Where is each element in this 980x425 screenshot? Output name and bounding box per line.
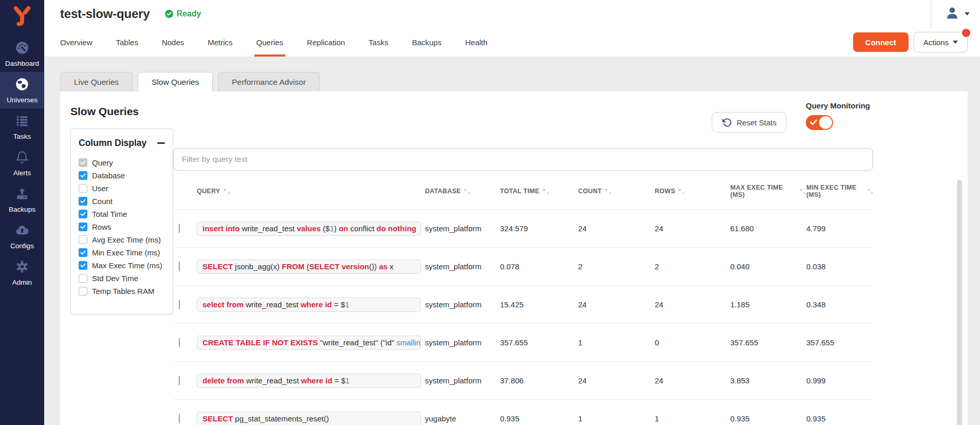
user-menu-caret-icon[interactable]: [965, 12, 970, 15]
column-option-label: Temp Tables RAM: [92, 287, 154, 295]
database-cell: yugabyte: [425, 414, 500, 423]
checkbox[interactable]: [79, 235, 87, 244]
nav-tab-label: Metrics: [208, 38, 232, 47]
column-option-label: Query: [92, 158, 113, 167]
nav-tab[interactable]: Nodes: [162, 28, 184, 57]
sidebar-item[interactable]: Admin: [0, 254, 44, 291]
checkbox[interactable]: [79, 261, 87, 270]
sidebar-item[interactable]: Dashboard: [0, 35, 44, 72]
reset-stats-button[interactable]: Reset Stats: [712, 112, 786, 133]
checkbox[interactable]: [79, 158, 87, 167]
sort-icon[interactable]: [678, 189, 685, 194]
sort-icon[interactable]: [464, 189, 471, 194]
sidebar-item[interactable]: Configs: [0, 218, 44, 254]
column-header[interactable]: MIN EXEC TIME (MS): [806, 184, 873, 198]
sort-icon[interactable]: [867, 189, 873, 194]
column-header[interactable]: DATABASE: [425, 188, 500, 195]
column-header[interactable]: COUNT: [578, 188, 655, 195]
nav-tab[interactable]: Replication: [307, 28, 345, 57]
sql-token: write_read_test: [242, 224, 297, 233]
actions-caret-icon: [953, 41, 958, 44]
sidebar-item-label: Backups: [9, 206, 35, 213]
query-cell: delete from write_read_test where id = $…: [197, 374, 421, 388]
column-header[interactable]: QUERY: [197, 188, 425, 195]
column-option[interactable]: Std Dev Time: [79, 272, 165, 285]
sort-icon[interactable]: [543, 189, 549, 194]
nav-tab[interactable]: Tables: [116, 28, 138, 57]
column-option-label: Database: [92, 171, 125, 180]
sort-icon[interactable]: [800, 189, 806, 194]
column-option[interactable]: Min Exec Time (ms): [79, 246, 165, 259]
table-scrollbar[interactable]: [957, 180, 962, 425]
table-row[interactable]: SELECT pg_stat_statements_reset() yugaby…: [173, 400, 873, 425]
count-cell: 2: [578, 262, 655, 271]
universe-title: test-slow-query: [60, 7, 150, 21]
column-header[interactable]: ROWS: [655, 188, 730, 195]
checkbox[interactable]: [79, 171, 87, 180]
sidebar-item[interactable]: Universes: [0, 72, 44, 108]
connect-button[interactable]: Connect: [853, 32, 909, 52]
subtab-label: Performance Advisor: [232, 78, 306, 87]
query-filter-input[interactable]: [173, 148, 873, 171]
sql-token: where id: [301, 300, 334, 309]
column-option[interactable]: Total Time: [79, 208, 165, 220]
query-subtabs: Live Queries Slow Queries Performance Ad…: [60, 72, 968, 91]
checkbox[interactable]: [79, 248, 87, 257]
subtab[interactable]: Slow Queries: [138, 72, 213, 91]
column-display-card: Column Display Query: [70, 128, 173, 315]
checkbox[interactable]: [79, 184, 87, 193]
database-cell: system_platform: [425, 224, 500, 233]
sql-token: "write_read_test" ("id": [320, 338, 397, 347]
row-checkbox[interactable]: [179, 300, 180, 309]
query-monitoring-toggle[interactable]: [806, 115, 833, 130]
nav-tab[interactable]: Tasks: [368, 28, 388, 57]
column-option[interactable]: Rows: [79, 220, 165, 233]
table-row[interactable]: insert into write_read_test values ($1) …: [173, 210, 873, 248]
table-row[interactable]: CREATE TABLE IF NOT EXISTS "write_read_t…: [173, 324, 873, 362]
user-avatar-icon[interactable]: [945, 5, 960, 23]
checkbox[interactable]: [79, 287, 87, 295]
sort-icon[interactable]: [224, 189, 230, 194]
sidebar-item[interactable]: Tasks: [0, 108, 44, 145]
column-header[interactable]: TOTAL TIME: [500, 188, 578, 195]
table-row[interactable]: SELECT jsonb_agg(x) FROM (SELECT version…: [173, 248, 873, 286]
column-option[interactable]: Count: [79, 195, 165, 208]
column-header-label: COUNT: [578, 188, 602, 195]
column-header[interactable]: MAX EXEC TIME (MS): [730, 184, 806, 198]
row-checkbox[interactable]: [179, 224, 180, 233]
checkbox[interactable]: [79, 210, 87, 218]
collapse-minus-icon[interactable]: [157, 142, 165, 144]
column-option[interactable]: Database: [79, 169, 165, 182]
subtab-label: Slow Queries: [152, 78, 199, 87]
nav-tab[interactable]: Metrics: [208, 28, 232, 57]
slow-queries-panel: Slow Queries Reset Stats Query Monitorin…: [60, 91, 968, 425]
column-option[interactable]: Temp Tables RAM: [79, 285, 165, 298]
subtab[interactable]: Live Queries: [60, 72, 133, 91]
nav-tab[interactable]: Overview: [60, 28, 93, 57]
checkbox[interactable]: [79, 274, 87, 283]
row-checkbox[interactable]: [179, 414, 180, 423]
row-checkbox[interactable]: [179, 262, 180, 271]
table-row[interactable]: delete from write_read_test where id = $…: [173, 362, 873, 400]
subtab[interactable]: Performance Advisor: [218, 72, 320, 91]
checkbox[interactable]: [79, 223, 87, 231]
sidebar-item[interactable]: Backups: [0, 181, 44, 218]
yugabyte-logo-icon[interactable]: [11, 5, 33, 28]
checkbox[interactable]: [79, 197, 87, 206]
column-option[interactable]: Avg Exec Time (ms): [79, 233, 165, 246]
total-time-cell: 37.806: [500, 376, 578, 385]
column-option[interactable]: Query: [79, 156, 165, 169]
column-option[interactable]: Max Exec Time (ms): [79, 259, 165, 272]
row-checkbox[interactable]: [179, 338, 180, 347]
nav-tab[interactable]: Backups: [412, 28, 442, 57]
table-row[interactable]: select from write_read_test where id = $…: [173, 286, 873, 324]
nav-tab[interactable]: Queries: [256, 28, 284, 57]
sort-icon[interactable]: [605, 189, 612, 194]
dashboard-gauge-icon: [15, 41, 29, 57]
sidebar-item[interactable]: Alerts: [0, 145, 44, 181]
nav-tab[interactable]: Health: [465, 28, 487, 57]
row-checkbox[interactable]: [179, 376, 180, 385]
query-cell: insert into write_read_test values ($1) …: [197, 221, 421, 236]
actions-button[interactable]: Actions: [914, 32, 968, 52]
column-option[interactable]: User: [79, 182, 165, 195]
